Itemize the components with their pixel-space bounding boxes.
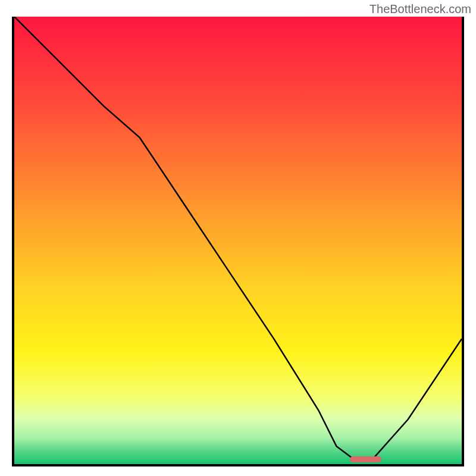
bottleneck-curve (14, 17, 462, 460)
plot-area (12, 17, 464, 466)
chart-container: TheBottleneck.com (0, 0, 476, 476)
optimal-marker (350, 456, 381, 462)
curve-svg (14, 17, 462, 464)
watermark-text: TheBottleneck.com (369, 2, 471, 16)
